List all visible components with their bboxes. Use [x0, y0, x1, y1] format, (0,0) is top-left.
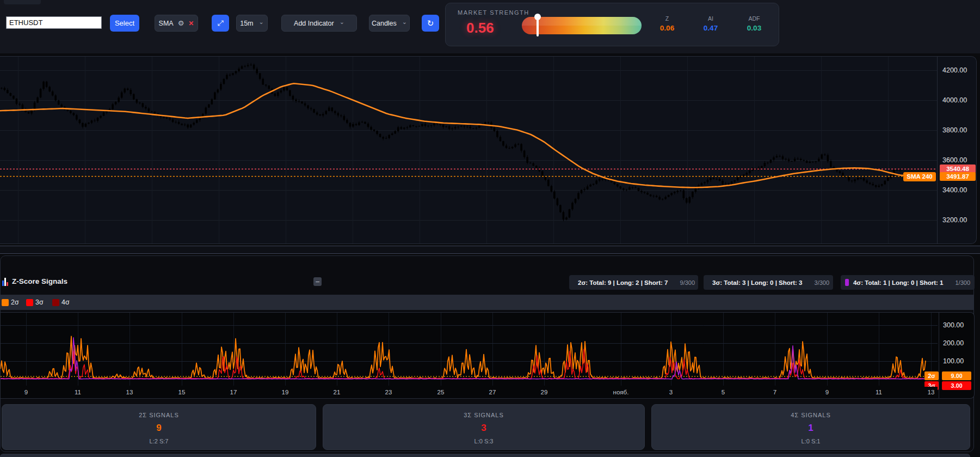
card-detail: L:0 S:3: [323, 438, 644, 444]
sigma2-current-chip: 2σ: [924, 371, 939, 380]
chart-icon: [2, 278, 10, 286]
zscore-header: Z-Score Signals – 2σ: Total: 9 | Long: 2…: [1, 270, 973, 292]
sigma2-count: 9/300: [673, 279, 695, 286]
zscore-date-label: 21: [325, 389, 349, 395]
chevron-down-icon: ⌄: [259, 19, 264, 26]
metric-label: Z: [648, 15, 686, 22]
sigma4-count: 1/300: [947, 279, 970, 286]
price-axis-separator: [937, 57, 938, 243]
zscore-date-label: 11: [867, 389, 891, 395]
zscore-date-label: 27: [480, 389, 504, 395]
metric-adf: ADF 0.03: [735, 15, 773, 32]
zscore-date-label: 19: [273, 389, 297, 395]
metric-z: Z 0.06: [648, 15, 686, 32]
top-toolbar: Select SMA ⚙ ✕ ⤢ 15m ⌄ Add Indicator ⌄ C…: [0, 0, 980, 53]
minimize-button[interactable]: –: [313, 277, 322, 286]
price-chart-canvas[interactable]: [0, 57, 937, 243]
zscore-axis-separator: [939, 313, 939, 398]
zscore-date-label: 3: [659, 389, 683, 395]
sma-value-badge: 3491.87: [940, 172, 976, 181]
zscore-x-axis: 911131517192123252729нояб.35791113: [1, 387, 938, 399]
price-axis-label: 4200.00: [942, 66, 967, 74]
metric-value: 0.06: [648, 24, 686, 32]
sigma4-stats-badge: 4σ: Total: 1 | Long: 0 | Short: 1 1/300: [841, 275, 975, 290]
sigma2-stats-text: 2σ: Total: 9 | Long: 2 | Short: 7: [578, 279, 668, 286]
sigma3-count: 3/300: [807, 279, 830, 286]
zscore-date-label: 11: [66, 389, 90, 395]
zscore-plot-panel: 300.00200.00100.00 2σ 9.00 3σ 3.00 91113…: [1, 312, 975, 399]
refresh-button[interactable]: ↻: [422, 15, 439, 32]
price-axis-label: 3800.00: [942, 126, 967, 134]
zscore-date-label: нояб.: [609, 389, 633, 395]
card-value: 9: [2, 423, 316, 434]
zscore-date-label: 23: [377, 389, 400, 395]
indicator-chip-label: SMA: [159, 20, 174, 27]
chart-type-value: Candles: [372, 20, 397, 27]
legend-sigma3-swatch[interactable]: [26, 299, 33, 306]
timeframe-select[interactable]: 15m ⌄: [236, 15, 268, 32]
price-chart-panel: 4200.004000.003800.003600.003400.003200.…: [0, 56, 977, 244]
sigma2-current-value: 9.00: [942, 371, 971, 380]
legend-sigma4-swatch[interactable]: [52, 299, 59, 306]
panel-divider[interactable]: [0, 246, 980, 254]
zscore-axis-label: 200.00: [943, 339, 964, 347]
sigma2-stats-badge: 2σ: Total: 9 | Long: 2 | Short: 7 9/300: [569, 275, 698, 290]
expand-chart-button[interactable]: ⤢: [212, 15, 229, 32]
sma-line-label: SMA 240: [903, 172, 936, 181]
symbol-input[interactable]: [6, 16, 102, 29]
price-axis-label: 4000.00: [942, 96, 967, 104]
zscore-date-label: 17: [221, 389, 245, 395]
zscore-date-label: 7: [763, 389, 787, 395]
remove-indicator-icon[interactable]: ✕: [188, 20, 194, 27]
market-strength-slider[interactable]: [522, 17, 642, 34]
zscore-axis-label: 100.00: [943, 357, 964, 365]
gear-icon[interactable]: ⚙: [178, 19, 184, 27]
market-strength-panel: MARKET STRENGTH 0.56 Z 0.06 AI 0.47 ADF …: [445, 3, 779, 46]
next-panel-edge: [0, 454, 970, 457]
legend-sigma2-label[interactable]: 2σ: [11, 298, 19, 306]
zscore-panel: Z-Score Signals – 2σ: Total: 9 | Long: 2…: [0, 255, 974, 452]
zscore-date-label: 9: [14, 389, 38, 395]
legend-sigma4-label[interactable]: 4σ: [61, 298, 70, 306]
metric-value: 0.47: [692, 24, 730, 32]
zscore-date-label: 13: [118, 389, 141, 395]
refresh-icon: ↻: [427, 19, 434, 28]
sigma3-current-value: 3.00: [942, 381, 971, 390]
zscore-date-label: 15: [170, 389, 194, 395]
slider-thumb[interactable]: [537, 15, 539, 36]
sigma3-stats-text: 3σ: Total: 3 | Long: 0 | Short: 3: [712, 279, 803, 286]
legend-sigma3-label[interactable]: 3σ: [35, 298, 44, 306]
indicator-chip-sma[interactable]: SMA ⚙ ✕: [155, 15, 198, 32]
top-tab: [4, 0, 41, 4]
select-button[interactable]: Select: [110, 15, 139, 32]
zscore-chart-canvas[interactable]: [1, 313, 938, 386]
chart-type-select[interactable]: Candles ⌄: [369, 15, 410, 32]
market-strength-label: MARKET STRENGTH: [458, 9, 529, 16]
price-axis-label: 3600.00: [942, 156, 967, 164]
market-strength-value: 0.56: [466, 20, 494, 36]
card-detail: L:2 S:7: [2, 438, 316, 444]
sigma3-stats-badge: 3σ: Total: 3 | Long: 0 | Short: 3 3/300: [704, 275, 833, 290]
sigma3-signals-card: 3Σ SIGNALS 3 L:0 S:3: [323, 404, 645, 450]
chevron-down-icon: ⌄: [340, 19, 344, 26]
expand-icon: ⤢: [217, 19, 223, 28]
timeframe-value: 15m: [240, 20, 253, 27]
zscore-date-label: 29: [532, 389, 556, 395]
sigma4-signals-card: 4Σ SIGNALS 1 L:0 S:1: [651, 404, 970, 450]
metric-label: ADF: [735, 15, 773, 22]
metric-value: 0.03: [735, 24, 773, 32]
card-title: 4Σ SIGNALS: [652, 412, 970, 418]
zscore-date-label: 5: [711, 389, 735, 395]
price-axis-label: 3400.00: [942, 186, 967, 194]
sigma4-color-square: [845, 279, 849, 286]
zscore-date-label: 9: [815, 389, 839, 395]
card-title: 3Σ SIGNALS: [323, 412, 644, 418]
add-indicator-value: Add Indicator: [294, 20, 334, 27]
sigma2-signals-card: 2Σ SIGNALS 9 L:2 S:7: [2, 404, 316, 450]
legend-sigma2-swatch[interactable]: [2, 299, 9, 306]
card-value: 3: [323, 423, 644, 434]
zscore-date-label: 25: [429, 389, 453, 395]
add-indicator-select[interactable]: Add Indicator ⌄: [281, 15, 357, 32]
chevron-down-icon: ⌄: [402, 19, 407, 26]
metric-label: AI: [692, 15, 730, 22]
